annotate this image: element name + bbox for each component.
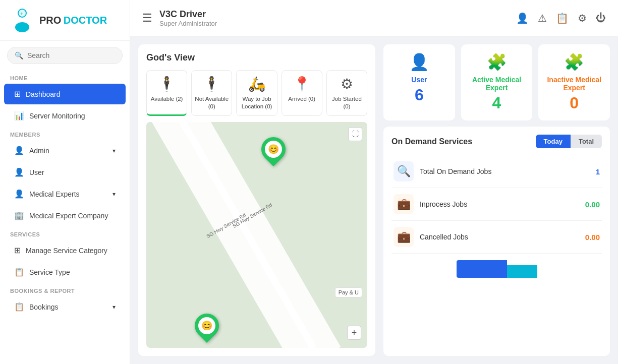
sidebar-item-admin[interactable]: 👤 Admin ▾ <box>4 140 126 161</box>
sidebar-item-user[interactable]: 👤 User <box>4 162 126 183</box>
sidebar-item-manage-service-category[interactable]: ⊞ Manage Service Category <box>4 240 126 261</box>
sidebar-item-label: Dashboard <box>26 90 61 98</box>
way-to-job-icon: 🛵 <box>248 76 266 92</box>
gods-view-title: God's View <box>146 52 367 63</box>
search-box[interactable]: 🔍 <box>7 47 123 64</box>
map-container[interactable]: SG Hwy Service Rd SG Hwy Service Rd 😊 😊 … <box>146 122 367 348</box>
chevron-down-icon: ▾ <box>113 147 116 154</box>
avatar-bottom: 😊 <box>198 317 215 334</box>
tab-total[interactable]: Total <box>571 135 602 148</box>
tab-today[interactable]: Today <box>536 135 571 148</box>
total-jobs-icon-box: 🔍 <box>394 161 414 181</box>
inprocess-icon: 💼 <box>397 198 411 211</box>
manage-service-icon: ⊞ <box>14 246 21 255</box>
topbar-subtitle: Super Administrator <box>159 20 217 27</box>
chart-bar-blue <box>457 260 507 278</box>
sidebar-item-label: Medical Expert Company <box>29 212 108 220</box>
sidebar-item-server-monitoring[interactable]: 📊 Server Monitoring <box>4 105 126 126</box>
alert-icon[interactable]: ⚠ <box>538 12 547 24</box>
right-panel: 👤 User 6 🧩 Active Medical Expert 4 🧩 Ina… <box>383 44 610 356</box>
logo-icon: + <box>10 8 34 32</box>
active-medical-label: Active Medical Expert <box>469 76 525 92</box>
topbar-title: V3C Driver <box>159 9 217 20</box>
sidebar-item-service-type[interactable]: 📋 Service Type <box>4 262 126 282</box>
job-started-label: Job Started (0) <box>330 95 364 110</box>
power-icon[interactable]: ⏻ <box>596 12 606 24</box>
company-icon: 🏢 <box>14 211 24 220</box>
status-card-way-to-job[interactable]: 🛵 Way to Job Location (0) <box>236 70 277 116</box>
on-demand-header: On Demand Services Today Total <box>391 135 602 148</box>
inprocess-label: Inprocess Jobs <box>420 200 579 208</box>
available-icon: 🕴 <box>158 76 176 92</box>
sidebar-item-label: Medical Experts <box>29 190 80 198</box>
user-stats-label: User <box>411 76 427 84</box>
tab-group: Today Total <box>536 135 602 148</box>
logo-doctor: DOCTOR <box>64 15 107 26</box>
user-stats-value: 6 <box>415 86 424 104</box>
map-zoom-button[interactable]: + <box>347 326 361 340</box>
inactive-medical-icon: 🧩 <box>564 52 584 72</box>
inactive-medical-value: 0 <box>570 94 579 112</box>
service-row-cancelled: 💼 Cancelled Jobs 0.00 <box>391 221 602 254</box>
nav-section-services: SERVICES <box>0 226 130 239</box>
sidebar-item-label: Bookings <box>29 303 59 311</box>
hamburger-icon[interactable]: ☰ <box>142 12 152 25</box>
sidebar-item-medical-experts[interactable]: 👤 Medical Experts ▾ <box>4 184 126 204</box>
service-type-icon: 📋 <box>14 267 24 277</box>
user-profile-icon[interactable]: 👤 <box>516 12 529 24</box>
service-row-inprocess: 💼 Inprocess Jobs 0.00 <box>391 188 602 221</box>
sidebar: + PRO DOCTOR 🔍 HOME ⊞ Dashboard 📊 Server… <box>0 0 130 364</box>
status-card-available[interactable]: 🕴 Available (2) <box>146 70 187 116</box>
pay-label: Pay & U <box>335 287 362 297</box>
stats-card-user: 👤 User 6 <box>383 44 455 120</box>
service-row-total-on-demand: 🔍 Total On Demand Jobs 1 <box>391 155 602 188</box>
chart-area <box>391 258 602 278</box>
job-started-icon: ⚙ <box>341 76 353 92</box>
logo: + PRO DOCTOR <box>0 0 130 41</box>
map-pin-bottom: 😊 <box>190 309 224 343</box>
sidebar-item-label: Server Monitoring <box>29 112 85 120</box>
chevron-down-icon: ▾ <box>113 304 116 311</box>
available-label: Available (2) <box>151 95 183 103</box>
on-demand-title: On Demand Services <box>391 137 472 146</box>
map-fullscreen-button[interactable]: ⛶ <box>348 127 362 141</box>
search-input[interactable] <box>27 51 115 59</box>
topbar-left: ☰ V3C Driver Super Administrator <box>142 9 217 27</box>
nav-section-members: MEMBERS <box>0 127 130 140</box>
arrived-icon: 📍 <box>293 76 311 92</box>
server-monitoring-icon: 📊 <box>14 111 24 120</box>
not-available-icon: 🕴 <box>203 76 220 92</box>
cancelled-icon-box: 💼 <box>394 227 414 247</box>
status-card-arrived[interactable]: 📍 Arrived (0) <box>282 70 322 116</box>
status-cards-row: 🕴 Available (2) 🕴 Not Available (0) 🛵 Wa… <box>146 70 367 116</box>
stats-card-inactive-medical: 🧩 Inactive Medical Expert 0 <box>538 44 610 120</box>
not-available-label: Not Available (0) <box>195 95 229 110</box>
sidebar-item-label: Manage Service Category <box>26 247 107 255</box>
stats-card-active-medical: 🧩 Active Medical Expert 4 <box>461 44 533 120</box>
topbar: ☰ V3C Driver Super Administrator 👤 ⚠ 📋 ⚙… <box>130 0 618 36</box>
inactive-medical-label: Inactive Medical Expert <box>546 76 602 92</box>
nav-section-home: HOME <box>0 70 130 83</box>
cancelled-value: 0.00 <box>585 233 600 241</box>
medical-experts-icon: 👤 <box>14 189 24 199</box>
chart-bar-teal <box>507 265 537 278</box>
user-icon: 👤 <box>14 167 24 177</box>
logo-pro: PRO <box>39 15 61 26</box>
sidebar-item-bookings[interactable]: 📋 Bookings ▾ <box>4 296 126 317</box>
dashboard-icon: ⊞ <box>14 89 21 99</box>
status-card-job-started[interactable]: ⚙ Job Started (0) <box>326 70 367 116</box>
sidebar-item-dashboard[interactable]: ⊞ Dashboard <box>4 84 126 104</box>
inprocess-value: 0.00 <box>585 200 600 209</box>
document-icon[interactable]: 📋 <box>556 12 569 24</box>
map-pin-top: 😊 <box>256 132 291 166</box>
svg-point-1 <box>15 22 29 32</box>
chevron-down-icon: ▾ <box>113 191 116 198</box>
total-jobs-label: Total On Demand Jobs <box>420 167 590 175</box>
active-medical-icon: 🧩 <box>487 52 507 72</box>
settings-icon[interactable]: ⚙ <box>578 12 587 24</box>
user-stats-icon: 👤 <box>409 52 429 72</box>
status-card-not-available[interactable]: 🕴 Not Available (0) <box>191 70 232 116</box>
total-jobs-icon: 🔍 <box>397 165 411 178</box>
sidebar-item-medical-expert-company[interactable]: 🏢 Medical Expert Company <box>4 205 126 226</box>
sidebar-item-label: User <box>29 168 44 176</box>
